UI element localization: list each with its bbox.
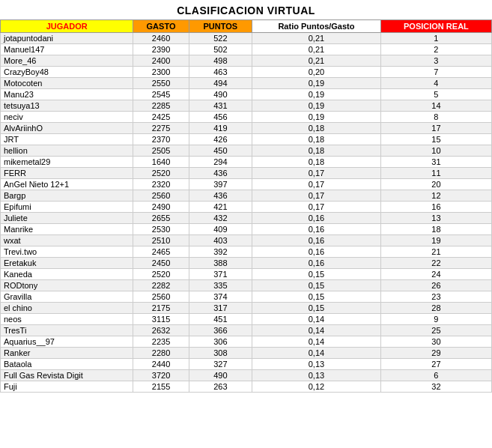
table-cell: neos bbox=[1, 314, 133, 325]
table-cell: 0,12 bbox=[252, 381, 381, 393]
table-cell: 0,20 bbox=[252, 67, 381, 78]
table-cell: Manrike bbox=[1, 224, 133, 235]
table-cell: 15 bbox=[380, 134, 491, 145]
table-cell: 18 bbox=[380, 224, 491, 235]
table-cell: 6 bbox=[380, 370, 491, 381]
table-cell: 317 bbox=[189, 303, 252, 314]
table-cell: 431 bbox=[189, 100, 252, 112]
table-cell: Manuel147 bbox=[1, 44, 133, 55]
table-cell: 2460 bbox=[133, 33, 189, 44]
table-row: Motocoten25504940,194 bbox=[1, 78, 492, 89]
table-cell: 17 bbox=[380, 123, 491, 134]
col-gasto: GASTO bbox=[133, 20, 189, 33]
table-cell: neciv bbox=[1, 112, 133, 123]
table-row: Manuel14723905020,212 bbox=[1, 44, 492, 55]
table-cell: 0,14 bbox=[252, 336, 381, 348]
table-header: JUGADOR GASTO PUNTOS Ratio Puntos/Gasto … bbox=[1, 20, 492, 33]
table-cell: 0,16 bbox=[252, 224, 381, 235]
table-cell: AlvAriinhO bbox=[1, 123, 133, 134]
table-cell: 0,19 bbox=[252, 78, 381, 89]
table-cell: 0,18 bbox=[252, 134, 381, 145]
table-cell: 2175 bbox=[133, 303, 189, 314]
table-row: Fuji21552630,1232 bbox=[1, 381, 492, 393]
table-cell: Manu23 bbox=[1, 89, 133, 100]
table-row: Trevi.two24653920,1621 bbox=[1, 246, 492, 258]
table-cell: 13 bbox=[380, 213, 491, 224]
table-cell: Bargp bbox=[1, 190, 133, 202]
table-cell: 2280 bbox=[133, 348, 189, 359]
table-row: Bataola24403270,1327 bbox=[1, 359, 492, 370]
table-cell: More_46 bbox=[1, 55, 133, 67]
table-cell: 463 bbox=[189, 67, 252, 78]
table-cell: 2505 bbox=[133, 145, 189, 157]
table-cell: Kaneda bbox=[1, 269, 133, 280]
table-row: Juliete26554320,1613 bbox=[1, 213, 492, 224]
table-cell: 4 bbox=[380, 78, 491, 89]
table-cell: 32 bbox=[380, 381, 491, 393]
table-cell: hellion bbox=[1, 145, 133, 157]
table-cell: 2370 bbox=[133, 134, 189, 145]
table-cell: 1 bbox=[380, 33, 491, 44]
table-cell: Eretakuk bbox=[1, 258, 133, 269]
table-cell: 0,15 bbox=[252, 280, 381, 291]
table-cell: 490 bbox=[189, 89, 252, 100]
col-jugador: JUGADOR bbox=[1, 20, 133, 33]
table-cell: 450 bbox=[189, 145, 252, 157]
table-cell: 335 bbox=[189, 280, 252, 291]
table-row: CrazyBoy4823004630,207 bbox=[1, 67, 492, 78]
table-cell: 432 bbox=[189, 213, 252, 224]
table-cell: 8 bbox=[380, 112, 491, 123]
table-row: Epifumi24904210,1716 bbox=[1, 202, 492, 213]
classification-table: JUGADOR GASTO PUNTOS Ratio Puntos/Gasto … bbox=[0, 19, 492, 393]
table-cell: 2275 bbox=[133, 123, 189, 134]
table-cell: 2425 bbox=[133, 112, 189, 123]
table-cell: 327 bbox=[189, 359, 252, 370]
table-cell: 3115 bbox=[133, 314, 189, 325]
table-row: mikemetal2916402940,1831 bbox=[1, 157, 492, 168]
table-cell: jotapuntodani bbox=[1, 33, 133, 44]
table-cell: wxat bbox=[1, 235, 133, 246]
table-cell: 2632 bbox=[133, 325, 189, 336]
table-cell: 2560 bbox=[133, 190, 189, 202]
table-cell: 2390 bbox=[133, 44, 189, 55]
table-cell: 11 bbox=[380, 168, 491, 179]
table-row: Ranker22803080,1429 bbox=[1, 348, 492, 359]
table-cell: 2545 bbox=[133, 89, 189, 100]
table-cell: 366 bbox=[189, 325, 252, 336]
table-cell: 2550 bbox=[133, 78, 189, 89]
table-cell: 0,17 bbox=[252, 179, 381, 190]
table-cell: 10 bbox=[380, 145, 491, 157]
table-cell: 0,13 bbox=[252, 359, 381, 370]
table-cell: 2520 bbox=[133, 269, 189, 280]
table-cell: tetsuya13 bbox=[1, 100, 133, 112]
table-cell: 436 bbox=[189, 190, 252, 202]
table-cell: 2235 bbox=[133, 336, 189, 348]
table-cell: 5 bbox=[380, 89, 491, 100]
table-cell: 7 bbox=[380, 67, 491, 78]
table-row: Full Gas Revista Digit37204900,136 bbox=[1, 370, 492, 381]
table-row: wxat25104030,1619 bbox=[1, 235, 492, 246]
table-cell: 1640 bbox=[133, 157, 189, 168]
table-row: Kaneda25203710,1524 bbox=[1, 269, 492, 280]
table-cell: 28 bbox=[380, 303, 491, 314]
table-cell: 2520 bbox=[133, 168, 189, 179]
table-cell: 419 bbox=[189, 123, 252, 134]
table-cell: 0,17 bbox=[252, 190, 381, 202]
table-cell: 3 bbox=[380, 55, 491, 67]
table-cell: 0,19 bbox=[252, 100, 381, 112]
table-cell: 0,14 bbox=[252, 325, 381, 336]
table-cell: Juliete bbox=[1, 213, 133, 224]
table-cell: Ranker bbox=[1, 348, 133, 359]
table-cell: 421 bbox=[189, 202, 252, 213]
table-row: neciv24254560,198 bbox=[1, 112, 492, 123]
table-cell: 24 bbox=[380, 269, 491, 280]
table-cell: 308 bbox=[189, 348, 252, 359]
table-cell: 20 bbox=[380, 179, 491, 190]
table-cell: 2450 bbox=[133, 258, 189, 269]
table-cell: 9 bbox=[380, 314, 491, 325]
table-cell: 426 bbox=[189, 134, 252, 145]
table-cell: 498 bbox=[189, 55, 252, 67]
table-cell: 25 bbox=[380, 325, 491, 336]
table-cell: 397 bbox=[189, 179, 252, 190]
table-cell: 2 bbox=[380, 44, 491, 55]
